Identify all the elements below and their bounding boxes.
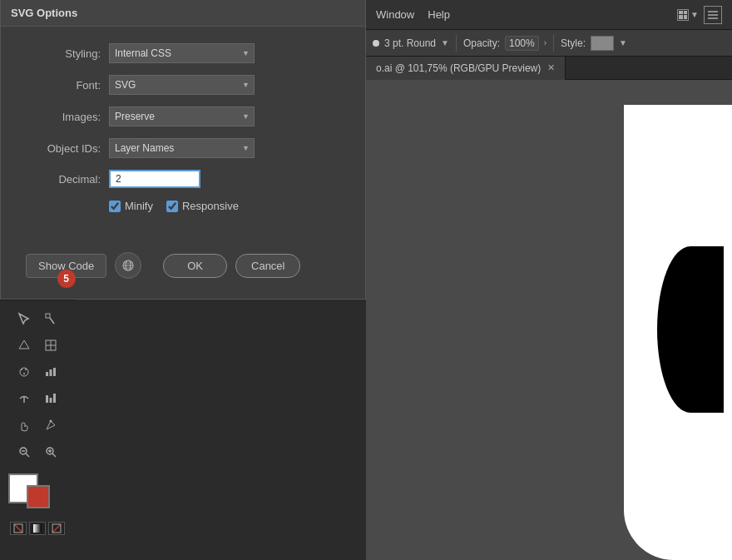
decimal-input[interactable] — [109, 170, 200, 188]
font-select-wrapper: SVG Convert to Outlines SVG Each Glyph — [109, 75, 255, 95]
svg-point-5 — [21, 369, 22, 370]
zoom-in-tool[interactable] — [39, 440, 62, 463]
tool-row-5 — [12, 414, 62, 437]
direct-selection-tool[interactable] — [39, 307, 62, 330]
font-label: Font: — [26, 79, 101, 92]
svg-rect-0 — [46, 314, 50, 318]
stroke-swatch[interactable] — [27, 485, 50, 508]
dialog-body: Styling: Internal CSS Presentation Attri… — [1, 27, 365, 245]
styling-select-wrapper: Internal CSS Presentation Attributes Sty… — [109, 43, 255, 63]
selection-tool[interactable] — [12, 307, 36, 330]
gradient-swatch[interactable] — [29, 522, 46, 535]
font-row: Font: SVG Convert to Outlines SVG Each G… — [26, 75, 340, 95]
dialog-title: SVG Options — [11, 7, 77, 19]
svg-rect-14 — [53, 394, 56, 403]
show-code-wrapper: Show Code 5 — [26, 254, 106, 278]
menu-help[interactable]: Help — [428, 8, 450, 21]
images-select[interactable]: Preserve Embed Link — [109, 107, 255, 126]
arrange-icon[interactable] — [704, 6, 722, 24]
responsive-checkbox-label[interactable]: Responsive — [166, 200, 239, 212]
pen-tool[interactable] — [39, 414, 62, 437]
svg-options-dialog: SVG Options Styling: Internal CSS Presen… — [0, 0, 366, 300]
object-ids-row: Object IDs: Layer Names Minimal Unique I… — [26, 138, 340, 158]
graph-tool[interactable] — [39, 360, 62, 384]
toolbar-separator — [456, 35, 457, 52]
styling-select[interactable]: Internal CSS Presentation Attributes Sty… — [109, 43, 255, 63]
svg-rect-13 — [50, 398, 52, 403]
svg-rect-12 — [46, 395, 48, 403]
svg-line-23 — [14, 524, 22, 533]
symbol-sprayer-tool[interactable] — [12, 360, 36, 384]
toolbar-separator-2 — [553, 35, 554, 52]
svg-rect-10 — [53, 368, 56, 376]
decimal-row: Decimal: — [26, 170, 340, 188]
pattern-swatch[interactable] — [48, 522, 65, 535]
canvas-area — [366, 80, 732, 560]
dialog-titlebar: SVG Options — [1, 0, 365, 27]
style-chevron[interactable]: ▼ — [619, 38, 627, 47]
minify-checkbox[interactable] — [109, 201, 121, 212]
tab-title: o.ai @ 101,75% (RGB/GPU Preview) — [376, 62, 541, 74]
svg-line-26 — [52, 524, 61, 533]
stroke-label: 3 pt. Round — [384, 37, 436, 49]
svg-line-17 — [26, 453, 29, 457]
images-select-wrapper: Preserve Embed Link — [109, 107, 255, 126]
perspective-tool[interactable] — [12, 334, 36, 357]
object-ids-select-wrapper: Layer Names Minimal Unique IDs — [109, 138, 255, 158]
workspace-switcher-icon[interactable] — [677, 9, 689, 21]
minify-label: Minify — [125, 200, 153, 212]
style-label: Style: — [561, 37, 586, 49]
styling-label: Styling: — [26, 47, 101, 60]
stroke-chevron: ▼ — [441, 38, 449, 47]
styling-row: Styling: Internal CSS Presentation Attri… — [26, 43, 340, 63]
dialog-footer: Show Code 5 OK Cancel — [1, 252, 365, 279]
tool-row-2 — [12, 334, 62, 357]
tool-row-3 — [12, 360, 62, 384]
style-box[interactable] — [591, 36, 614, 51]
object-ids-label: Object IDs: — [26, 142, 101, 155]
menubar: Window Help ▼ — [366, 0, 732, 30]
checkbox-row: Minify Responsive — [109, 200, 340, 212]
minify-checkbox-label[interactable]: Minify — [109, 200, 153, 212]
tool-row-1 — [12, 307, 62, 330]
svg-point-15 — [50, 420, 52, 423]
svg-rect-9 — [50, 369, 52, 376]
responsive-label: Responsive — [182, 200, 239, 212]
hand-tool[interactable] — [12, 414, 36, 437]
color-swatches-area — [8, 473, 67, 515]
zoom-out-tool[interactable] — [12, 440, 36, 463]
globe-button[interactable] — [115, 252, 141, 279]
cancel-button[interactable]: Cancel — [235, 254, 300, 278]
ok-button[interactable]: OK — [163, 254, 227, 278]
images-label: Images: — [26, 111, 101, 123]
workspace-chevron[interactable]: ▼ — [690, 10, 699, 19]
svg-point-7 — [23, 373, 25, 374]
step-badge: 5 — [57, 270, 76, 288]
menu-window[interactable]: Window — [376, 8, 414, 21]
opacity-arrow[interactable]: › — [544, 38, 547, 47]
tab-bar: o.ai @ 101,75% (RGB/GPU Preview) ✕ — [366, 57, 732, 80]
canvas-black-shape — [657, 246, 724, 413]
opacity-value[interactable]: 100% — [505, 36, 539, 51]
toolbar: 3 pt. Round ▼ Opacity: 100% › Style: ▼ — [366, 30, 732, 57]
font-select[interactable]: SVG Convert to Outlines SVG Each Glyph — [109, 75, 255, 95]
svg-rect-25 — [33, 524, 42, 533]
svg-line-20 — [52, 453, 56, 457]
responsive-checkbox[interactable] — [166, 201, 178, 212]
svg-point-6 — [25, 369, 27, 370]
tool-row-4 — [12, 387, 62, 410]
mesh-tool[interactable] — [39, 334, 62, 357]
canvas-tab[interactable]: o.ai @ 101,75% (RGB/GPU Preview) ✕ — [366, 57, 566, 80]
tab-close-button[interactable]: ✕ — [547, 62, 555, 73]
object-ids-select[interactable]: Layer Names Minimal Unique IDs — [109, 138, 255, 158]
decimal-label: Decimal: — [26, 173, 101, 186]
stroke-dot — [373, 40, 379, 47]
svg-rect-8 — [46, 372, 48, 376]
tool-row-6 — [12, 440, 62, 463]
bar-chart-tool[interactable] — [39, 387, 62, 410]
warp-tool[interactable] — [12, 387, 36, 410]
left-toolbar — [0, 300, 75, 560]
opacity-label: Opacity: — [463, 37, 500, 49]
none-swatch[interactable] — [10, 522, 27, 535]
swatch-extras — [10, 522, 65, 535]
